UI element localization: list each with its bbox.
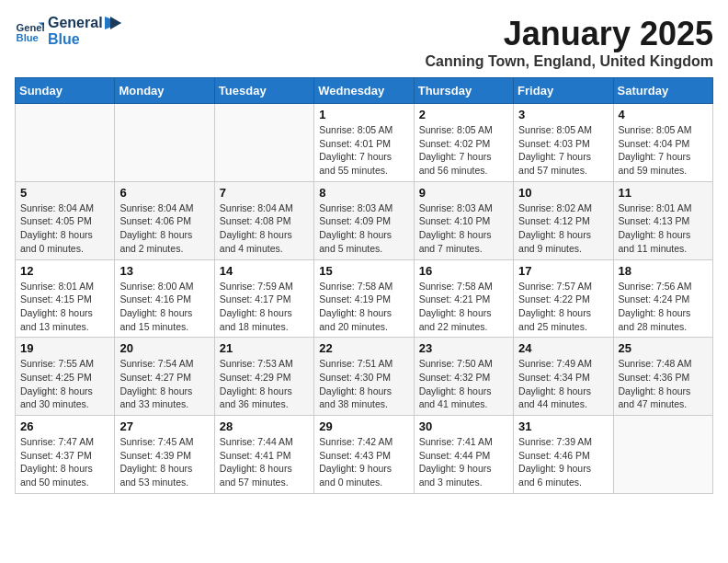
day-number: 1 [319, 108, 408, 121]
day-detail: Sunrise: 8:05 AM Sunset: 4:03 PM Dayligh… [518, 123, 608, 178]
day-number: 24 [518, 341, 608, 355]
calendar-cell: 26Sunrise: 7:47 AM Sunset: 4:37 PM Dayli… [16, 416, 115, 494]
calendar-cell: 19Sunrise: 7:55 AM Sunset: 4:25 PM Dayli… [16, 338, 115, 416]
day-detail: Sunrise: 7:50 AM Sunset: 4:32 PM Dayligh… [419, 357, 508, 411]
day-number: 14 [220, 264, 309, 278]
day-number: 12 [20, 264, 109, 278]
svg-text:General: General [17, 22, 44, 33]
header-tuesday: Tuesday [214, 78, 313, 104]
location-title: Canning Town, England, United Kingdom [426, 53, 713, 70]
day-number: 8 [319, 186, 408, 200]
day-detail: Sunrise: 7:44 AM Sunset: 4:41 PM Dayligh… [220, 435, 309, 489]
day-number: 16 [419, 264, 508, 278]
day-detail: Sunrise: 7:51 AM Sunset: 4:30 PM Dayligh… [319, 357, 408, 411]
calendar-cell: 30Sunrise: 7:41 AM Sunset: 4:44 PM Dayli… [414, 416, 513, 494]
day-detail: Sunrise: 7:53 AM Sunset: 4:29 PM Dayligh… [220, 357, 309, 411]
day-detail: Sunrise: 7:54 AM Sunset: 4:27 PM Dayligh… [119, 357, 209, 411]
calendar-cell [115, 104, 214, 182]
day-detail: Sunrise: 7:59 AM Sunset: 4:17 PM Dayligh… [220, 280, 309, 334]
calendar-cell [613, 416, 712, 494]
day-detail: Sunrise: 8:01 AM Sunset: 4:15 PM Dayligh… [20, 280, 109, 334]
svg-text:Blue: Blue [17, 32, 39, 43]
page-header: General Blue General Blue January 2025 C… [15, 15, 713, 70]
day-number: 5 [20, 186, 109, 200]
day-detail: Sunrise: 7:55 AM Sunset: 4:25 PM Dayligh… [20, 357, 109, 411]
calendar-cell: 21Sunrise: 7:53 AM Sunset: 4:29 PM Dayli… [214, 338, 313, 416]
header-sunday: Sunday [16, 78, 115, 104]
day-number: 2 [419, 108, 508, 121]
header-friday: Friday [514, 78, 613, 104]
day-number: 18 [619, 264, 708, 278]
day-number: 20 [119, 341, 209, 355]
day-detail: Sunrise: 8:04 AM Sunset: 4:06 PM Dayligh… [119, 201, 209, 256]
svg-marker-5 [110, 17, 121, 29]
header-monday: Monday [115, 78, 214, 104]
header-thursday: Thursday [414, 78, 513, 104]
day-number: 4 [619, 108, 708, 121]
day-number: 26 [20, 419, 109, 433]
week-row-4: 19Sunrise: 7:55 AM Sunset: 4:25 PM Dayli… [16, 338, 713, 416]
calendar-cell: 7Sunrise: 8:04 AM Sunset: 4:08 PM Daylig… [214, 181, 313, 259]
day-detail: Sunrise: 7:42 AM Sunset: 4:43 PM Dayligh… [319, 435, 408, 489]
day-number: 30 [419, 419, 508, 433]
day-detail: Sunrise: 8:05 AM Sunset: 4:02 PM Dayligh… [419, 123, 508, 178]
day-detail: Sunrise: 8:03 AM Sunset: 4:10 PM Dayligh… [419, 201, 508, 256]
day-detail: Sunrise: 7:39 AM Sunset: 4:46 PM Dayligh… [518, 435, 608, 489]
calendar-cell: 6Sunrise: 8:04 AM Sunset: 4:06 PM Daylig… [115, 181, 214, 259]
calendar-cell: 3Sunrise: 8:05 AM Sunset: 4:03 PM Daylig… [514, 104, 613, 182]
week-row-2: 5Sunrise: 8:04 AM Sunset: 4:05 PM Daylig… [16, 181, 713, 259]
calendar-cell: 14Sunrise: 7:59 AM Sunset: 4:17 PM Dayli… [214, 259, 313, 338]
day-detail: Sunrise: 7:58 AM Sunset: 4:19 PM Dayligh… [319, 280, 408, 334]
day-number: 28 [220, 419, 309, 433]
calendar-cell: 9Sunrise: 8:03 AM Sunset: 4:10 PM Daylig… [414, 181, 513, 259]
logo-arrow-icon [105, 17, 121, 29]
day-number: 6 [119, 186, 209, 200]
day-number: 27 [119, 419, 209, 433]
calendar-cell: 23Sunrise: 7:50 AM Sunset: 4:32 PM Dayli… [414, 338, 513, 416]
day-number: 13 [119, 264, 209, 278]
header-saturday: Saturday [613, 78, 712, 104]
day-detail: Sunrise: 8:01 AM Sunset: 4:13 PM Dayligh… [619, 201, 708, 256]
calendar-table: SundayMondayTuesdayWednesdayThursdayFrid… [15, 77, 713, 494]
calendar-cell: 17Sunrise: 7:57 AM Sunset: 4:22 PM Dayli… [514, 259, 613, 338]
calendar-cell [214, 104, 313, 182]
calendar-cell: 15Sunrise: 7:58 AM Sunset: 4:19 PM Dayli… [314, 259, 414, 338]
day-detail: Sunrise: 7:47 AM Sunset: 4:37 PM Dayligh… [20, 435, 109, 489]
calendar-cell: 10Sunrise: 8:02 AM Sunset: 4:12 PM Dayli… [514, 181, 613, 259]
calendar-cell: 5Sunrise: 8:04 AM Sunset: 4:05 PM Daylig… [16, 181, 115, 259]
day-number: 10 [518, 186, 608, 200]
week-row-1: 1Sunrise: 8:05 AM Sunset: 4:01 PM Daylig… [16, 104, 713, 182]
calendar-cell: 4Sunrise: 8:05 AM Sunset: 4:04 PM Daylig… [613, 104, 712, 182]
day-number: 7 [220, 186, 309, 200]
calendar-cell: 13Sunrise: 8:00 AM Sunset: 4:16 PM Dayli… [115, 259, 214, 338]
week-row-5: 26Sunrise: 7:47 AM Sunset: 4:37 PM Dayli… [16, 416, 713, 494]
calendar-cell: 20Sunrise: 7:54 AM Sunset: 4:27 PM Dayli… [115, 338, 214, 416]
logo-text-blue: Blue [48, 31, 121, 48]
calendar-cell: 1Sunrise: 8:05 AM Sunset: 4:01 PM Daylig… [314, 104, 414, 182]
day-detail: Sunrise: 8:05 AM Sunset: 4:01 PM Dayligh… [319, 123, 408, 178]
calendar-cell: 12Sunrise: 8:01 AM Sunset: 4:15 PM Dayli… [16, 259, 115, 338]
calendar-cell: 29Sunrise: 7:42 AM Sunset: 4:43 PM Dayli… [314, 416, 414, 494]
header-wednesday: Wednesday [314, 78, 414, 104]
calendar-cell: 2Sunrise: 8:05 AM Sunset: 4:02 PM Daylig… [414, 104, 513, 182]
calendar-cell: 24Sunrise: 7:49 AM Sunset: 4:34 PM Dayli… [514, 338, 613, 416]
day-detail: Sunrise: 7:48 AM Sunset: 4:36 PM Dayligh… [619, 357, 708, 411]
day-detail: Sunrise: 8:04 AM Sunset: 4:05 PM Dayligh… [20, 201, 109, 256]
calendar-cell: 28Sunrise: 7:44 AM Sunset: 4:41 PM Dayli… [214, 416, 313, 494]
day-number: 9 [419, 186, 508, 200]
day-number: 17 [518, 264, 608, 278]
day-number: 22 [319, 341, 408, 355]
month-title: January 2025 [426, 15, 713, 53]
day-number: 31 [518, 419, 608, 433]
calendar-cell: 8Sunrise: 8:03 AM Sunset: 4:09 PM Daylig… [314, 181, 414, 259]
calendar-header-row: SundayMondayTuesdayWednesdayThursdayFrid… [16, 78, 713, 104]
calendar-cell [16, 104, 115, 182]
logo: General Blue General Blue [15, 15, 121, 48]
day-detail: Sunrise: 7:45 AM Sunset: 4:39 PM Dayligh… [119, 435, 209, 489]
day-detail: Sunrise: 7:57 AM Sunset: 4:22 PM Dayligh… [518, 280, 608, 334]
calendar-cell: 22Sunrise: 7:51 AM Sunset: 4:30 PM Dayli… [314, 338, 414, 416]
calendar-cell: 11Sunrise: 8:01 AM Sunset: 4:13 PM Dayli… [613, 181, 712, 259]
calendar-cell: 27Sunrise: 7:45 AM Sunset: 4:39 PM Dayli… [115, 416, 214, 494]
day-detail: Sunrise: 8:04 AM Sunset: 4:08 PM Dayligh… [220, 201, 309, 256]
day-number: 29 [319, 419, 408, 433]
